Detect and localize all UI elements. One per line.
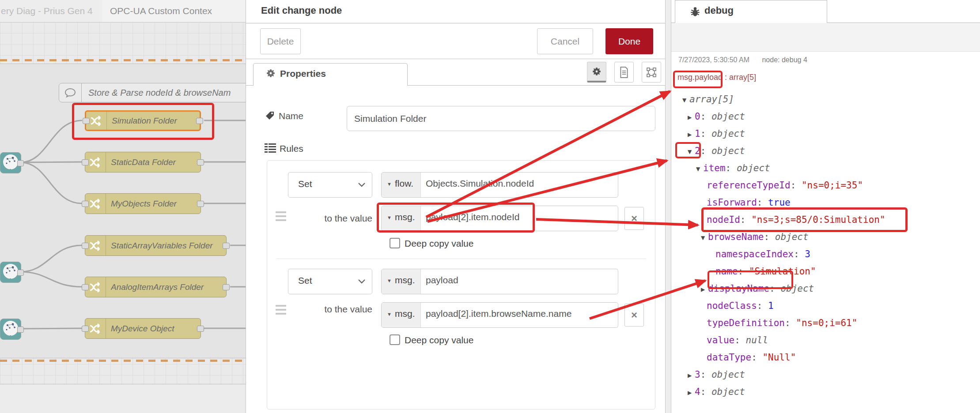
debug-tree-row[interactable]: ▶3: object <box>671 366 980 383</box>
node-output-port[interactable] <box>17 327 24 333</box>
opcua-label: OPC UA <box>3 278 18 279</box>
tree-caret-icon[interactable]: ▼ <box>696 161 703 178</box>
rule-drag-handle[interactable] <box>276 211 286 223</box>
debug-token-str: "ns=0;i=61" <box>796 318 857 328</box>
debug-tree-row[interactable]: ▼item: object <box>671 160 980 177</box>
delete-button[interactable]: Delete <box>260 28 301 54</box>
tab-debug[interactable]: debug <box>675 0 827 23</box>
node-output-port[interactable] <box>223 243 230 249</box>
debug-token-key: isForward <box>707 197 757 208</box>
node-label: AnalogItemArrays Folder <box>111 277 223 297</box>
debug-tree-row[interactable]: nodeClass: 1 <box>671 297 980 315</box>
properties-view-button[interactable] <box>587 62 606 83</box>
debug-tree-row[interactable]: nodeId: "ns=3;s=85/0:Simulation" <box>671 211 980 229</box>
debug-tree-row[interactable]: ▼array[5] <box>671 91 980 108</box>
tree-caret-icon[interactable]: ▶ <box>688 384 695 402</box>
divider <box>246 59 665 59</box>
debug-tree-row[interactable]: ▼browseName: object <box>671 229 980 246</box>
debug-tree-row[interactable]: ▶4: object <box>671 383 980 401</box>
node-input-port[interactable] <box>82 284 89 290</box>
done-button[interactable]: Done <box>605 28 653 54</box>
change-node-staticarrayvariables-folder[interactable]: StaticArrayVariables Folder <box>85 235 227 256</box>
debug-tree-row[interactable]: ▶0: object <box>671 108 980 125</box>
description-view-button[interactable] <box>614 62 634 83</box>
debug-tree-row[interactable]: name: "Simulation" <box>671 263 980 280</box>
change-node-simulation-folder[interactable]: Simulation Folder <box>85 110 201 131</box>
cancel-button[interactable]: Cancel <box>537 28 593 54</box>
node-input-port[interactable] <box>82 243 89 249</box>
rule2-action-select[interactable]: Set <box>288 269 372 294</box>
rule2-deep-copy-checkbox[interactable] <box>390 334 400 345</box>
node-output-port[interactable] <box>223 284 230 290</box>
node-label: StaticData Folder <box>111 152 197 172</box>
tree-caret-icon[interactable]: ▶ <box>701 281 708 298</box>
debug-tree-row[interactable]: isForward: true <box>671 194 980 211</box>
debug-tree-row[interactable]: dataType: "Null" <box>671 349 980 366</box>
change-node-analogitemarrays-folder[interactable]: AnalogItemArrays Folder <box>85 277 227 297</box>
comment-node[interactable]: Store & Parse nodeId & browseNam <box>59 83 246 102</box>
debug-tree-row[interactable]: typeDefinition: "ns=0;i=61" <box>671 315 980 332</box>
change-node-mydevice-object[interactable]: MyDevice Object <box>85 318 201 339</box>
debug-message[interactable]: 7/27/2023, 5:30:50 AM node: debug 4 msg.… <box>671 51 980 413</box>
node-output-port[interactable] <box>196 118 203 124</box>
rule-drag-handle[interactable] <box>276 305 286 317</box>
typed-input-type-button[interactable]: ▼msg. <box>382 206 421 231</box>
debug-token-num: 1 <box>768 300 774 311</box>
typed-input-type-button[interactable]: ▼msg. <box>382 303 421 327</box>
comment-label: Store & Parse nodeId & browseNam <box>88 83 245 102</box>
debug-tree-row[interactable]: namespaceIndex: 3 <box>671 246 980 263</box>
debug-token-pln: : <box>785 318 796 328</box>
change-node-myobjects-folder[interactable]: MyObjects Folder <box>85 193 201 214</box>
rules-container: Set ▼flow. Objects.Simulation.nodeId to … <box>267 160 655 409</box>
debug-tree-row[interactable]: ▶1: object <box>671 125 980 143</box>
opcua-browser-node[interactable]: OPC UA <box>0 152 21 173</box>
name-input[interactable] <box>347 106 655 131</box>
rule2-value-input[interactable]: ▼msg. payload[2].item.browseName.name <box>381 302 618 328</box>
appearance-view-button[interactable] <box>642 62 661 83</box>
debug-tree-row[interactable]: value: null <box>671 332 980 349</box>
debug-timestamp: 7/27/2023, 5:30:50 AM <box>678 56 749 64</box>
change-node-staticdata-folder[interactable]: StaticData Folder <box>85 152 201 173</box>
debug-token-str: "Null" <box>762 352 796 363</box>
debug-tree-row[interactable]: ▶displayName: object <box>671 280 980 297</box>
node-output-port[interactable] <box>197 201 204 207</box>
tree-caret-icon[interactable]: ▼ <box>688 143 695 161</box>
debug-tree-row[interactable]: referenceTypeId: "ns=0;i=35" <box>671 177 980 194</box>
debug-json-tree[interactable]: ▼array[5]▶0: object▶1: object▼2: object▼… <box>671 91 980 401</box>
tree-caret-icon[interactable]: ▶ <box>688 109 695 126</box>
debug-token-key: browseName <box>708 232 764 242</box>
tree-caret-icon[interactable]: ▶ <box>688 367 695 384</box>
typed-input-type-button[interactable]: ▼msg. <box>382 269 421 294</box>
rule2-delete-button[interactable]: × <box>624 304 644 327</box>
node-output-port[interactable] <box>197 326 204 332</box>
tree-caret-icon[interactable]: ▼ <box>682 92 689 109</box>
node-output-port[interactable] <box>17 160 24 166</box>
flow-canvas[interactable]: ery Diag - Prius Gen 4 OPC-UA Custom Con… <box>0 0 246 413</box>
node-output-port[interactable] <box>17 270 24 276</box>
debug-node-name: node: debug 4 <box>762 56 807 64</box>
rule2-target-value: payload <box>426 275 458 285</box>
rule1-value-input[interactable]: ▼msg. payload[2].item.nodeId <box>381 206 618 231</box>
rule1-action-select[interactable]: Set <box>288 172 372 198</box>
debug-token-pln: : <box>734 335 745 345</box>
node-input-port[interactable] <box>83 118 90 124</box>
tab-properties[interactable]: Properties <box>253 63 408 86</box>
rule1-deep-copy-checkbox[interactable] <box>390 238 400 248</box>
node-input-port[interactable] <box>82 326 89 332</box>
workspace-tab-inactive[interactable]: ery Diag - Prius Gen 4 <box>0 0 103 22</box>
opcua-browser-node[interactable]: OPC UA <box>0 319 21 340</box>
tree-caret-icon[interactable]: ▼ <box>701 229 708 247</box>
workspace-tab-active[interactable]: OPC-UA Custom Contex <box>102 0 246 22</box>
node-input-port[interactable] <box>82 159 89 165</box>
caret-down-icon: ▼ <box>387 215 392 220</box>
rule1-delete-button[interactable]: × <box>624 207 644 230</box>
debug-tree-row[interactable]: ▼2: object <box>671 143 980 160</box>
node-input-port[interactable] <box>82 201 89 207</box>
typed-input-type-button[interactable]: ▼flow. <box>382 173 421 197</box>
tree-caret-icon[interactable]: ▶ <box>688 126 695 143</box>
sidebar-resize-handle[interactable] <box>665 0 671 413</box>
rule2-target-input[interactable]: ▼msg. payload <box>381 269 618 294</box>
node-output-port[interactable] <box>197 159 204 165</box>
rule1-target-input[interactable]: ▼flow. Objects.Simulation.nodeId <box>381 172 618 198</box>
opcua-browser-node[interactable]: OPC UA <box>0 262 21 283</box>
